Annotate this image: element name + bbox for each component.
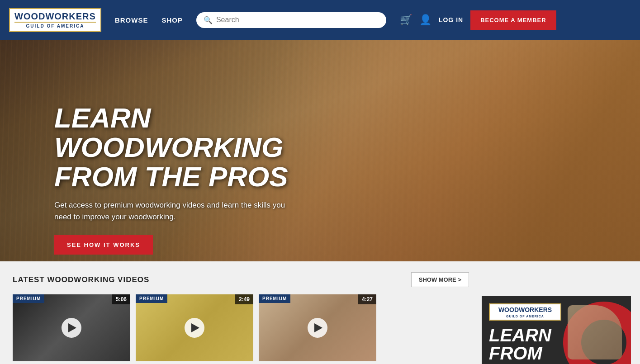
logo-top-text: WOODWORKERS (14, 12, 96, 21)
nav-browse[interactable]: BROWSE (115, 16, 148, 24)
hero-title: LEARN WOODWORKING FROM THE PROS (54, 103, 326, 191)
search-icon: 🔍 (204, 16, 213, 24)
login-button[interactable]: LOG IN (439, 16, 463, 24)
videos-section-title: LATEST WOODWORKING VIDEOS (13, 275, 149, 284)
hero-section: LEARN WOODWORKING FROM THE PROS Get acce… (0, 40, 640, 261)
premium-badge: PREMIUM (259, 294, 290, 303)
user-icon[interactable]: 👤 (419, 14, 431, 26)
main-nav: BROWSE SHOP (115, 16, 183, 24)
side-ad-logo-bottom: GUILD OF AMERICA (506, 315, 544, 318)
play-icon (68, 323, 76, 332)
play-button[interactable] (185, 318, 204, 338)
video-card[interactable]: PREMIUM 4:27 (259, 294, 376, 361)
hero-content: LEARN WOODWORKING FROM THE PROS Get acce… (54, 103, 326, 255)
video-card[interactable]: PREMIUM 5:06 (13, 294, 130, 361)
see-how-it-works-button[interactable]: SEE HOW IT WORKS (54, 235, 153, 255)
side-ad-logo: WOODWORKERS GUILD OF AMERICA (489, 303, 561, 321)
side-ad-logo-top: WOODWORKERS (498, 306, 552, 313)
video-duration: 4:27 (358, 294, 376, 304)
premium-badge: PREMIUM (13, 294, 44, 303)
header-actions: 🛒 👤 LOG IN BECOME A MEMBER (400, 10, 556, 30)
search-bar: 🔍 (196, 12, 386, 28)
header: WOODWORKERS GUILD OF AMERICA BROWSE SHOP… (0, 0, 640, 40)
logo-bottom-text: GUILD OF AMERICA (26, 24, 85, 28)
video-duration: 2:49 (235, 294, 253, 304)
hero-subtitle: Get access to premium woodworking videos… (54, 199, 299, 222)
play-button[interactable] (62, 318, 81, 338)
cart-icon[interactable]: 🛒 (400, 14, 412, 26)
become-member-button[interactable]: BECOME A MEMBER (470, 10, 556, 30)
play-button[interactable] (308, 318, 327, 338)
site-logo[interactable]: WOODWORKERS GUILD OF AMERICA (9, 8, 101, 32)
side-advertisement: WOODWORKERS GUILD OF AMERICA LEARN FROM (482, 296, 631, 364)
lower-section: LATEST WOODWORKING VIDEOS SHOW MORE > PR… (0, 261, 640, 364)
search-input[interactable] (216, 16, 379, 24)
videos-section: LATEST WOODWORKING VIDEOS SHOW MORE > PR… (9, 272, 473, 364)
premium-badge: PREMIUM (136, 294, 167, 303)
videos-header: LATEST WOODWORKING VIDEOS SHOW MORE > (9, 272, 473, 287)
video-duration: 5:06 (112, 294, 130, 304)
video-card[interactable]: PREMIUM 2:49 (136, 294, 253, 361)
side-ad-hand-graphic (568, 305, 622, 359)
play-icon (314, 323, 322, 332)
video-cards-container: PREMIUM 5:06 PREMIUM 2:49 PREMIUM 4:27 (9, 294, 473, 361)
play-icon (191, 323, 199, 332)
logo-divider (14, 22, 96, 23)
nav-shop[interactable]: SHOP (161, 16, 183, 24)
show-more-button[interactable]: SHOW MORE > (411, 272, 469, 287)
side-ad-logo-divider (493, 314, 557, 314)
